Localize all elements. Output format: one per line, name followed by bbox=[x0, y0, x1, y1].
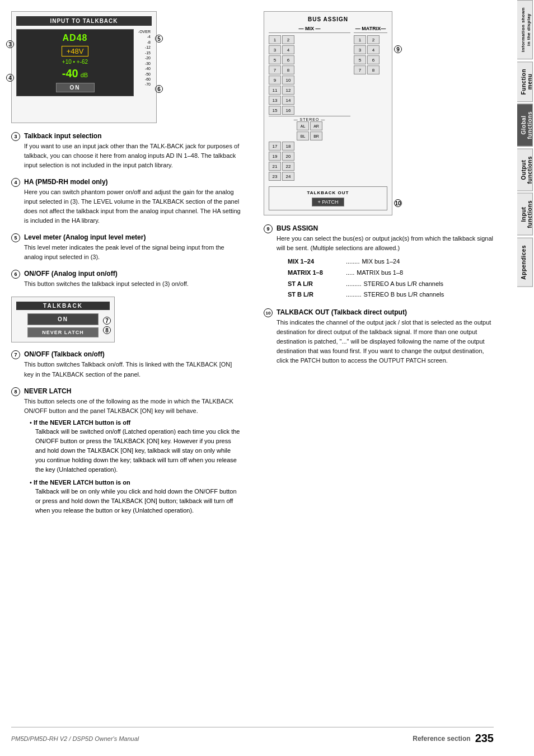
db-unit: dB bbox=[81, 72, 88, 78]
bullet-never-latch-off: • If the NEVER LATCH button is off Talkb… bbox=[30, 419, 241, 475]
mix-cell-12[interactable]: 12 bbox=[282, 86, 294, 95]
on-button-talkback-input[interactable]: ON bbox=[56, 83, 95, 92]
matrix-row-2: 3 4 bbox=[354, 45, 387, 54]
section-num-3: 3 bbox=[11, 132, 20, 141]
never-latch-button[interactable]: NEVER LATCH bbox=[27, 327, 99, 337]
sidebar-tab-input-functions[interactable]: Inputfunctions bbox=[517, 193, 533, 236]
mix-dots-4: ......... bbox=[346, 289, 362, 300]
mix-cell-13[interactable]: 13 bbox=[269, 96, 281, 105]
matrix-cell-6[interactable]: 6 bbox=[367, 55, 380, 64]
footer-section: Reference section bbox=[413, 735, 470, 743]
mix-cell-21[interactable]: 21 bbox=[269, 162, 281, 171]
mix-dots-3: ......... bbox=[346, 279, 362, 290]
matrix-cell-2[interactable]: 2 bbox=[367, 35, 380, 44]
mix-cell-2[interactable]: 2 bbox=[282, 35, 294, 44]
annotation-5: 5 bbox=[155, 35, 163, 43]
top-figures-row: INPUT TO TALKBACK 3 4 AD48 +48V +10 • +-… bbox=[11, 11, 494, 528]
mix-row-9: 17 18 bbox=[269, 142, 350, 151]
section-9-body: Here you can select the bus(es) or outpu… bbox=[277, 234, 494, 253]
mix-cell-5[interactable]: 5 bbox=[269, 55, 281, 64]
mix-cell-16[interactable]: 16 bbox=[282, 106, 294, 115]
mix-dots-2: ..... bbox=[346, 267, 354, 279]
section-7: 7 ON/OFF (Talkback on/off) This button s… bbox=[11, 350, 241, 379]
section-num-9: 9 bbox=[264, 224, 273, 233]
stereo-cell-ar[interactable]: AR bbox=[310, 121, 322, 130]
mix-cell-17[interactable]: 17 bbox=[269, 142, 281, 151]
mix-row-3: 5 6 bbox=[269, 55, 350, 64]
matrix-cell-4[interactable]: 4 bbox=[367, 45, 380, 54]
annotation-8: 8 bbox=[103, 326, 111, 334]
section-5-content: Level meter (Analog input level meter) T… bbox=[24, 233, 241, 262]
mix-cell-10[interactable]: 10 bbox=[282, 76, 294, 84]
mix-row-10: 19 20 bbox=[269, 152, 350, 161]
mix-row-2: 3 4 bbox=[269, 45, 350, 54]
on-button-talkback[interactable]: ON bbox=[27, 313, 99, 325]
sidebar-tab-global-functions[interactable]: Globalfunctions bbox=[517, 104, 533, 147]
mix-cell-11[interactable]: 11 bbox=[269, 86, 281, 95]
annotation-9-bus: 9 bbox=[394, 45, 402, 53]
section-num-7: 7 bbox=[11, 350, 20, 359]
mix-cell-9[interactable]: 9 bbox=[269, 76, 281, 84]
mix-cell-6[interactable]: 6 bbox=[282, 55, 294, 64]
db-value: -40 bbox=[62, 67, 78, 80]
stereo-cell-bl[interactable]: BL bbox=[297, 132, 309, 140]
sidebar-tabs: Information shownin the display Function… bbox=[516, 0, 534, 756]
matrix-cell-5[interactable]: 5 bbox=[354, 55, 366, 64]
section-3-content: Talkback input selection If you want to … bbox=[24, 132, 241, 170]
mix-cell-3[interactable]: 3 bbox=[269, 45, 281, 54]
small-figure-row: TALKBACK 7 8 ON NEVER LATCH bbox=[11, 297, 241, 342]
mix-cell-20[interactable]: 20 bbox=[282, 152, 294, 161]
bullet-1-text: Talkback will be switched on/off (Latche… bbox=[35, 427, 241, 475]
mix-table: MIX 1–24 ........ MIX bus 1–24 MATRIX 1–… bbox=[288, 256, 494, 300]
mix-cell-14[interactable]: 14 bbox=[282, 96, 294, 105]
talkback-small-title: TALKBACK bbox=[16, 302, 110, 310]
mix-cell-1[interactable]: 1 bbox=[269, 35, 281, 44]
mix-cell-18[interactable]: 18 bbox=[282, 142, 294, 151]
mix-cell-8[interactable]: 8 bbox=[282, 65, 294, 74]
mix-cell-19[interactable]: 19 bbox=[269, 152, 281, 161]
matrix-cell-7[interactable]: 7 bbox=[354, 65, 366, 74]
stereo-cell-br[interactable]: BR bbox=[310, 132, 322, 140]
left-column: INPUT TO TALKBACK 3 4 AD48 +48V +10 • +-… bbox=[11, 11, 241, 528]
section-7-body: This button switches Talkback on/off. Th… bbox=[24, 360, 241, 379]
mix-cell-22[interactable]: 22 bbox=[282, 162, 294, 171]
mix-row-1: 1 2 bbox=[269, 35, 350, 44]
matrix-cell-8[interactable]: 8 bbox=[367, 65, 380, 74]
stereo-cell-al[interactable]: AL bbox=[297, 121, 309, 130]
sidebar-tab-output-functions[interactable]: Outputfunctions bbox=[517, 149, 533, 191]
section-9: 9 BUS ASSIGN Here you can select the bus… bbox=[264, 224, 494, 300]
mix-grid: 1 2 3 4 5 6 bbox=[269, 35, 350, 181]
mix-desc-4: STEREO B bus L/R channels bbox=[364, 289, 444, 300]
matrix-header: — MATRIX— bbox=[354, 26, 387, 33]
sidebar-tab-info-display[interactable]: Information shownin the display bbox=[517, 0, 533, 59]
annotation-7: 7 bbox=[103, 317, 111, 325]
bullet-2-title: If the NEVER LATCH button is on bbox=[34, 479, 130, 486]
figure-title-input-talkback: INPUT TO TALKBACK bbox=[16, 16, 152, 26]
patch-button[interactable]: + PATCH bbox=[312, 198, 345, 206]
phantom-label: +48V bbox=[62, 46, 89, 57]
bullet-1-title: If the NEVER LATCH button is off bbox=[34, 419, 130, 426]
mix-cell-15[interactable]: 15 bbox=[269, 106, 281, 115]
section-3: 3 Talkback input selection If you want t… bbox=[11, 132, 241, 170]
matrix-cell-1[interactable]: 1 bbox=[354, 35, 366, 44]
bus-assign-title: BUS ASSIGN bbox=[269, 16, 387, 22]
main-content: INPUT TO TALKBACK 3 4 AD48 +48V +10 • +-… bbox=[0, 0, 516, 756]
sidebar-tab-function-menu[interactable]: Functionmenu bbox=[517, 62, 533, 102]
mix-dots-1: ........ bbox=[346, 256, 359, 267]
sidebar-tab-appendices[interactable]: Appendices bbox=[517, 238, 533, 287]
mix-desc-2: MATRIX bus 1–8 bbox=[357, 267, 403, 279]
mix-cell-4[interactable]: 4 bbox=[282, 45, 294, 54]
section-3-body: If you want to use an input jack other t… bbox=[24, 142, 241, 170]
mix-cell-7[interactable]: 7 bbox=[269, 65, 281, 74]
mix-cell-24[interactable]: 24 bbox=[282, 172, 294, 181]
section-num-5: 5 bbox=[11, 233, 20, 242]
section-8: 8 NEVER LATCH This button selects one of… bbox=[11, 387, 241, 520]
section-4: 4 HA (PM5D-RH model only) Here you can s… bbox=[11, 178, 241, 226]
annotation-4: 4 bbox=[6, 74, 14, 82]
matrix-cell-3[interactable]: 3 bbox=[354, 45, 366, 54]
meter-scale: -OVER -4 -8 -12 -15 -20 -30 -40 -50 -60 bbox=[136, 29, 152, 87]
bullet-never-latch-on: • If the NEVER LATCH button is on Talkba… bbox=[30, 479, 241, 515]
section-9-title: BUS ASSIGN bbox=[277, 224, 494, 232]
talkback-out-area: TALKBACK OUT + PATCH bbox=[269, 186, 387, 210]
mix-cell-23[interactable]: 23 bbox=[269, 172, 281, 181]
